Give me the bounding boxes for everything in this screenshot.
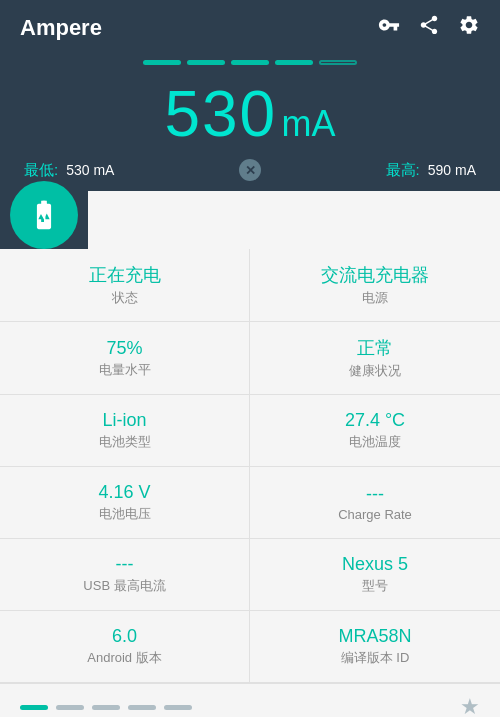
info-label-5: 电池温度	[349, 433, 401, 451]
max-value: 590 mA	[428, 162, 476, 178]
info-label-6: 电池电压	[99, 505, 151, 523]
header-icons	[378, 14, 480, 42]
info-label-3: 健康状况	[349, 362, 401, 380]
info-value-1: 交流电充电器	[321, 263, 429, 287]
current-value: 530	[164, 78, 277, 150]
info-cell-7: ---Charge Rate	[250, 467, 500, 539]
favorite-icon[interactable]: ★	[460, 694, 480, 717]
info-value-2: 75%	[106, 338, 142, 359]
dot-5[interactable]	[164, 705, 192, 710]
app-title: Ampere	[20, 15, 102, 41]
segment-1	[143, 60, 181, 65]
min-value: 530 mA	[66, 162, 114, 178]
info-cell-6: 4.16 V电池电压	[0, 467, 250, 539]
current-display: 530 mA	[0, 69, 500, 155]
max-label: 最高:	[386, 161, 420, 180]
info-value-10: 6.0	[112, 626, 137, 647]
info-value-4: Li-ion	[102, 410, 146, 431]
dot-4[interactable]	[128, 705, 156, 710]
info-grid: 正在充电状态交流电充电器电源75%电量水平正常健康状况Li-ion电池类型27.…	[0, 249, 500, 683]
info-value-9: Nexus 5	[342, 554, 408, 575]
info-value-0: 正在充电	[89, 263, 161, 287]
info-cell-5: 27.4 °C电池温度	[250, 395, 500, 467]
info-label-0: 状态	[112, 289, 138, 307]
info-label-8: USB 最高电流	[83, 577, 165, 595]
min-label: 最低:	[24, 161, 58, 180]
segment-5	[319, 60, 357, 65]
info-value-3: 正常	[357, 336, 393, 360]
segment-bar	[0, 52, 500, 69]
reset-button[interactable]: ✕	[239, 159, 261, 181]
segment-3	[231, 60, 269, 65]
page-dots	[20, 705, 192, 710]
info-value-5: 27.4 °C	[345, 410, 405, 431]
segment-2	[187, 60, 225, 65]
info-cell-4: Li-ion电池类型	[0, 395, 250, 467]
info-label-7: Charge Rate	[338, 507, 412, 522]
share-icon[interactable]	[418, 14, 440, 42]
info-label-4: 电池类型	[99, 433, 151, 451]
battery-icon	[27, 198, 61, 232]
battery-circle	[10, 181, 78, 249]
info-cell-8: ---USB 最高电流	[0, 539, 250, 611]
max-item: 最高: 590 mA	[386, 161, 476, 180]
dot-3[interactable]	[92, 705, 120, 710]
info-cell-0: 正在充电状态	[0, 249, 250, 322]
current-unit: mA	[282, 103, 336, 144]
info-cell-3: 正常健康状况	[250, 322, 500, 395]
info-cell-10: 6.0Android 版本	[0, 611, 250, 683]
info-label-1: 电源	[362, 289, 388, 307]
bottom-bar: ★	[0, 683, 500, 717]
info-label-11: 编译版本 ID	[341, 649, 410, 667]
min-item: 最低: 530 mA	[24, 161, 114, 180]
info-cell-1: 交流电充电器电源	[250, 249, 500, 322]
dot-1[interactable]	[20, 705, 48, 710]
info-value-8: ---	[116, 554, 134, 575]
segment-4	[275, 60, 313, 65]
dot-2[interactable]	[56, 705, 84, 710]
info-value-6: 4.16 V	[98, 482, 150, 503]
info-cell-2: 75%电量水平	[0, 322, 250, 395]
minmax-row: 最低: 530 mA ✕ 最高: 590 mA	[0, 155, 500, 191]
info-value-7: ---	[366, 484, 384, 505]
key-icon[interactable]	[378, 14, 400, 42]
info-cell-9: Nexus 5型号	[250, 539, 500, 611]
info-label-9: 型号	[362, 577, 388, 595]
header: Ampere	[0, 0, 500, 52]
info-cell-11: MRA58N编译版本 ID	[250, 611, 500, 683]
info-value-11: MRA58N	[338, 626, 411, 647]
info-label-2: 电量水平	[99, 361, 151, 379]
settings-icon[interactable]	[458, 14, 480, 42]
info-label-10: Android 版本	[87, 649, 161, 667]
